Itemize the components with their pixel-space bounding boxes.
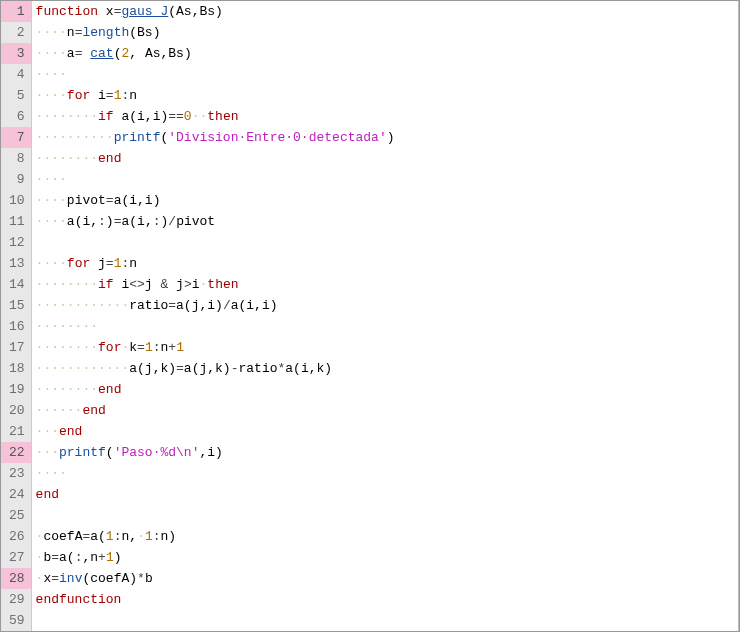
token-op: =	[106, 256, 114, 271]
token-id: i	[192, 277, 200, 292]
line-number: 26	[1, 526, 31, 547]
token-id: (coefA)	[82, 571, 137, 586]
token-id: (As,Bs)	[168, 4, 223, 19]
token-ws: ············	[36, 361, 130, 376]
token-id: a(j,i)	[176, 298, 223, 313]
token-id: )	[387, 130, 395, 145]
code-line[interactable]: ······end	[32, 400, 738, 421]
token-kw: for	[67, 88, 90, 103]
token-fn-nou: inv	[59, 571, 82, 586]
token-ws: ··	[192, 109, 208, 124]
token-op: =	[51, 571, 59, 586]
code-line[interactable]: ····	[32, 463, 738, 484]
code-line[interactable]: ····n=length(Bs)	[32, 22, 738, 43]
token-ws: ···	[36, 445, 59, 460]
token-ws: ···	[36, 424, 59, 439]
token-ws: ········	[36, 319, 98, 334]
token-id: j	[90, 256, 106, 271]
code-line[interactable]: function x=gaus_J(As,Bs)	[32, 1, 738, 22]
token-op: +	[168, 340, 176, 355]
line-number: 3	[1, 43, 31, 64]
code-line[interactable]: ········if i<>j & j>i·then	[32, 274, 738, 295]
token-id: a(i,k)	[285, 361, 332, 376]
token-num: 1	[106, 550, 114, 565]
code-line[interactable]: end	[32, 484, 738, 505]
token-op: =	[176, 361, 184, 376]
token-id: a(	[90, 529, 106, 544]
token-op: :	[98, 214, 106, 229]
token-op: =	[51, 550, 59, 565]
code-line[interactable]: ········end	[32, 148, 738, 169]
token-id: n	[129, 256, 137, 271]
code-area[interactable]: function x=gaus_J(As,Bs)····n=length(Bs)…	[32, 1, 739, 631]
token-ws: ············	[36, 298, 130, 313]
token-id: ,i)	[199, 445, 222, 460]
code-line[interactable]: ············ratio=a(j,i)/a(i,i)	[32, 295, 738, 316]
code-line[interactable]: ·coefA=a(1:n,·1:n)	[32, 526, 738, 547]
token-kw: end	[59, 424, 82, 439]
token-ws: ········	[36, 151, 98, 166]
token-num: 1	[145, 340, 153, 355]
line-number: 6	[1, 106, 31, 127]
token-op: =	[75, 46, 91, 61]
code-line[interactable]: ····for i=1:n	[32, 85, 738, 106]
token-ws: ····	[36, 214, 67, 229]
code-line[interactable]: ····pivot=a(i,i)	[32, 190, 738, 211]
code-line[interactable]: ···printf('Paso·%d\n',i)	[32, 442, 738, 463]
token-fn-nou: printf	[59, 445, 106, 460]
line-number: 15	[1, 295, 31, 316]
token-id: )	[106, 214, 114, 229]
token-ws: ·	[137, 529, 145, 544]
line-number: 19	[1, 379, 31, 400]
token-op: :	[153, 529, 161, 544]
code-editor[interactable]: 1234567891011121314151617181920212223242…	[0, 0, 740, 632]
token-kw: endfunction	[36, 592, 122, 607]
code-line[interactable]: ·b=a(:,n+1)	[32, 547, 738, 568]
line-number: 29	[1, 589, 31, 610]
line-number: 1	[1, 1, 31, 22]
code-line[interactable]	[32, 232, 738, 253]
code-line[interactable]: endfunction	[32, 589, 738, 610]
code-line[interactable]: ····for j=1:n	[32, 253, 738, 274]
code-line[interactable]: ····	[32, 64, 738, 85]
token-id: )	[114, 550, 122, 565]
code-line[interactable]: ·x=inv(coefA)*b	[32, 568, 738, 589]
code-line[interactable]: ··········printf('Division·Entre·0·detec…	[32, 127, 738, 148]
line-number: 12	[1, 232, 31, 253]
token-id: j	[145, 277, 161, 292]
token-num: 0	[184, 109, 192, 124]
token-id: coefA	[43, 529, 82, 544]
token-kw: end	[36, 487, 59, 502]
token-kw: if	[98, 277, 114, 292]
line-number: 28	[1, 568, 31, 589]
code-line[interactable]: ········if a(i,i)==0··then	[32, 106, 738, 127]
code-line[interactable]: ········	[32, 316, 738, 337]
code-line[interactable]: ···end	[32, 421, 738, 442]
code-line[interactable]: ········end	[32, 379, 738, 400]
code-line[interactable]: ········for·k=1:n+1	[32, 337, 738, 358]
code-line[interactable]: ····	[32, 169, 738, 190]
token-kw: function	[36, 4, 98, 19]
line-number: 24	[1, 484, 31, 505]
token-op: :	[153, 214, 161, 229]
line-number: 27	[1, 547, 31, 568]
code-line[interactable]: ············a(j,k)=a(j,k)-ratio*a(i,k)	[32, 358, 738, 379]
token-ws: ····	[36, 88, 67, 103]
code-line[interactable]	[32, 505, 738, 526]
token-op: *	[137, 571, 145, 586]
token-op: /	[223, 298, 231, 313]
line-number-gutter: 1234567891011121314151617181920212223242…	[1, 1, 32, 631]
code-line[interactable]: ····a= cat(2, As,Bs)	[32, 43, 738, 64]
token-op: =	[106, 193, 114, 208]
code-line[interactable]	[32, 610, 738, 631]
token-op: ==	[168, 109, 184, 124]
token-kw: for	[98, 340, 121, 355]
token-op: /	[168, 214, 176, 229]
line-number: 23	[1, 463, 31, 484]
token-kw: end	[82, 403, 105, 418]
code-line[interactable]: ····a(i,:)=a(i,:)/pivot	[32, 211, 738, 232]
line-number: 20	[1, 400, 31, 421]
token-ws: ····	[36, 67, 67, 82]
token-op: =	[106, 88, 114, 103]
token-id: n,	[121, 529, 137, 544]
